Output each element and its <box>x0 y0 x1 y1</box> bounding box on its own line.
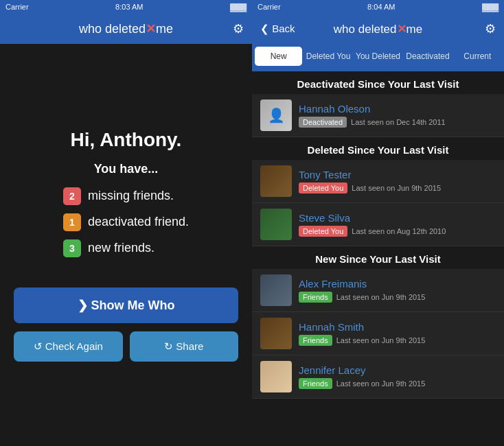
friend-item-jennifer-lacey[interactable]: Jennifer Lacey Friends Last seen on Jun … <box>252 355 504 399</box>
tab-deleted-you[interactable]: Deleted You <box>304 47 352 66</box>
last-seen-steve-silva: Last seen on Aug 12th 2010 <box>352 227 446 235</box>
friend-name-jennifer-lacey: Jennifer Lacey <box>299 364 496 376</box>
right-time: 8:04 AM <box>367 3 395 11</box>
tab-current[interactable]: Current <box>454 47 501 66</box>
friend-item-alex-freimanis[interactable]: Alex Freimanis Friends Last seen on Jun … <box>252 269 504 312</box>
friend-info-hannah-oleson: Hannah Oleson Deactivated Last seen on D… <box>299 103 496 128</box>
badge-deactivated: 1 <box>63 213 81 231</box>
label-deactivated: deactivated friend. <box>88 215 189 229</box>
avatar-tony-tester <box>260 165 292 197</box>
right-gear-icon[interactable]: ⚙ <box>485 21 496 36</box>
avatar-jennifer-lacey <box>260 361 292 392</box>
friend-meta-tony-tester: Deleted You Last seen on Jun 9th 2015 <box>299 183 496 193</box>
right-battery: ▓▓▓ <box>482 3 499 11</box>
left-status-bar: Carrier 8:03 AM ▓▓▓ <box>0 0 252 14</box>
last-seen-jennifer-lacey: Last seen on Jun 9th 2015 <box>336 379 426 388</box>
avatar-img-jennifer <box>260 361 292 392</box>
friend-name-tony-tester: Tony Tester <box>299 169 496 180</box>
friend-info-tony-tester: Tony Tester Deleted You Last seen on Jun… <box>299 169 496 193</box>
show-me-who-button[interactable]: ❯ Show Me Who <box>14 287 238 323</box>
friend-name-steve-silva: Steve Silva <box>299 212 496 224</box>
right-app-header: ❮ Back who deleted✕me ⚙ <box>252 14 504 44</box>
tag-friends-alex: Friends <box>299 292 332 303</box>
friend-name-alex-freimanis: Alex Freimanis <box>299 278 496 290</box>
friend-item-hannah-smith[interactable]: Hannah Smith Friends Last seen on Jun 9t… <box>252 312 504 355</box>
tabs-bar: New Deleted You You Deleted Deactivated … <box>252 44 504 71</box>
avatar-hannah-oleson: 👤 <box>260 99 292 131</box>
left-battery: ▓▓▓ <box>230 3 247 11</box>
avatar-img-tony-tester <box>260 165 292 197</box>
right-status-bar: Carrier 8:04 AM ▓▓▓ <box>252 0 504 14</box>
label-new: new friends. <box>88 241 154 255</box>
left-content: Hi, Anthony. You have... 2 missing frien… <box>0 44 252 446</box>
tag-friends-hannah-smith: Friends <box>299 335 332 346</box>
section-deleted-header: Deleted Since Your Last Visit <box>252 137 504 160</box>
tag-friends-jennifer: Friends <box>299 378 332 389</box>
avatar-img-hannah-oleson: 👤 <box>260 99 292 131</box>
left-carrier: Carrier <box>5 3 29 11</box>
badge-missing: 2 <box>63 187 81 205</box>
tab-you-deleted[interactable]: You Deleted <box>354 47 402 66</box>
friends-scroll-area[interactable]: Deactivated Since Your Last Visit 👤 Hann… <box>252 71 504 446</box>
friend-item-tony-tester[interactable]: Tony Tester Deleted You Last seen on Jun… <box>252 160 504 203</box>
avatar-img-alex <box>260 274 292 306</box>
friend-item-hannah-oleson[interactable]: 👤 Hannah Oleson Deactivated Last seen on… <box>252 94 504 137</box>
right-carrier: Carrier <box>257 3 281 11</box>
friend-info-alex-freimanis: Alex Freimanis Friends Last seen on Jun … <box>299 278 496 303</box>
stat-missing: 2 missing friends. <box>63 187 189 205</box>
you-have-text: You have... <box>94 162 159 176</box>
right-panel: Carrier 8:04 AM ▓▓▓ ❮ Back who deleted✕m… <box>252 0 504 446</box>
back-button[interactable]: ❮ Back <box>260 23 295 35</box>
avatar-img-hannah-smith <box>260 318 292 349</box>
tag-deleted-steve: Deleted You <box>299 226 347 237</box>
last-seen-tony-tester: Last seen on Jun 9th 2015 <box>352 184 441 192</box>
left-app-header: who deleted✕me ⚙ <box>0 14 252 44</box>
label-missing: missing friends. <box>88 189 174 203</box>
friend-name-hannah-oleson: Hannah Oleson <box>299 103 496 115</box>
tab-deactivated[interactable]: Deactivated <box>404 47 451 66</box>
friend-name-hannah-smith: Hannah Smith <box>299 321 496 333</box>
badge-new: 3 <box>63 239 81 257</box>
avatar-img-steve-silva <box>260 209 292 240</box>
bottom-buttons: ↺ Check Again ↻ Share <box>14 331 238 362</box>
friend-item-steve-silva[interactable]: Steve Silva Deleted You Last seen on Aug… <box>252 203 504 246</box>
tab-new[interactable]: New <box>255 47 302 66</box>
left-app-title: who deleted✕me <box>79 21 173 36</box>
friend-info-hannah-smith: Hannah Smith Friends Last seen on Jun 9t… <box>299 321 496 346</box>
section-deactivated-header: Deactivated Since Your Last Visit <box>252 71 504 94</box>
avatar-alex-freimanis <box>260 274 292 306</box>
friend-meta-steve-silva: Deleted You Last seen on Aug 12th 2010 <box>299 226 496 237</box>
friend-meta-jennifer-lacey: Friends Last seen on Jun 9th 2015 <box>299 378 496 389</box>
avatar-hannah-smith <box>260 318 292 349</box>
section-new-header: New Since Your Last Visit <box>252 246 504 269</box>
gear-icon[interactable]: ⚙ <box>233 21 244 36</box>
friend-meta-alex-freimanis: Friends Last seen on Jun 9th 2015 <box>299 292 496 303</box>
right-app-title: who deleted✕me <box>334 22 422 36</box>
stat-new: 3 new friends. <box>63 239 189 257</box>
last-seen-alex-freimanis: Last seen on Jun 9th 2015 <box>336 293 426 301</box>
last-seen-hannah-oleson: Last seen on Dec 14th 2011 <box>351 118 446 126</box>
left-panel: Carrier 8:03 AM ▓▓▓ who deleted✕me ⚙ Hi,… <box>0 0 252 446</box>
friend-meta-hannah-smith: Friends Last seen on Jun 9th 2015 <box>299 335 496 346</box>
tag-deactivated-hannah: Deactivated <box>299 117 347 128</box>
friend-info-steve-silva: Steve Silva Deleted You Last seen on Aug… <box>299 212 496 237</box>
share-button[interactable]: ↻ Share <box>130 331 239 362</box>
check-again-button[interactable]: ↺ Check Again <box>14 331 123 362</box>
avatar-steve-silva <box>260 209 292 240</box>
stat-deactivated: 1 deactivated friend. <box>63 213 189 231</box>
tag-deleted-tony: Deleted You <box>299 183 347 193</box>
last-seen-hannah-smith: Last seen on Jun 9th 2015 <box>336 336 426 344</box>
friend-meta-hannah-oleson: Deactivated Last seen on Dec 14th 2011 <box>299 117 496 128</box>
stats-list: 2 missing friends. 1 deactivated friend.… <box>63 187 189 266</box>
greeting-text: Hi, Anthony. <box>71 129 182 151</box>
friend-info-jennifer-lacey: Jennifer Lacey Friends Last seen on Jun … <box>299 364 496 389</box>
left-time: 8:03 AM <box>115 3 143 11</box>
